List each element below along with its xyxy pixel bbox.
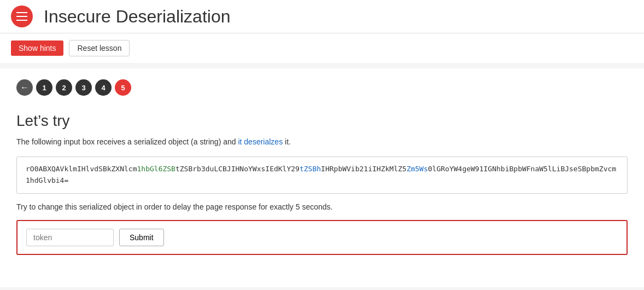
menu-button[interactable] <box>11 5 33 27</box>
toolbar: Show hints Reset lesson <box>0 33 644 63</box>
step-4[interactable]: 4 <box>95 79 112 96</box>
serialized-text-black1: rO0ABXQAVklmIHlvdSBkZXNlcm <box>26 165 137 173</box>
serialized-text-blue1: tZSBh <box>300 165 321 173</box>
form-area: Submit <box>16 220 628 255</box>
serialized-text-black3: IHRpbWVib21iIHZkMlZ5 <box>321 165 407 173</box>
serialized-object-display: rO0ABXQAVklmIHlvdSBkZXNlcm1hbGl6ZSBtZSBr… <box>16 156 628 194</box>
step-5[interactable]: 5 <box>115 79 131 96</box>
menu-icon <box>16 20 27 21</box>
lesson-title: Let’s try <box>16 112 628 130</box>
step-1[interactable]: 1 <box>36 79 52 96</box>
header: Insecure Deserialization <box>0 0 644 33</box>
token-input[interactable] <box>26 229 114 246</box>
description-text-1: The following input box receives a seria… <box>16 137 238 146</box>
description-highlight: it deserialzes <box>238 137 283 146</box>
step-3[interactable]: 3 <box>75 79 92 96</box>
menu-icon <box>16 16 27 17</box>
serialized-text-black2: tZSBrb3duLCBJIHNoYWxsIEdKlY29 <box>175 165 300 173</box>
instruction-text: Try to change this serialized object in … <box>16 202 628 211</box>
description-text-2: it. <box>283 137 291 146</box>
steps-navigation: ← 1 2 3 4 5 <box>16 79 628 96</box>
page-title: Insecure Deserialization <box>44 7 231 27</box>
serialized-text-blue2: Zm5Ws <box>407 165 428 173</box>
submit-button[interactable]: Submit <box>119 229 164 246</box>
reset-lesson-button[interactable]: Reset lesson <box>69 40 130 56</box>
serialized-text-green1: 1hbGl6ZSB <box>137 165 175 173</box>
lesson-description: The following input box receives a seria… <box>16 136 628 148</box>
menu-icon <box>16 12 27 13</box>
back-arrow-button[interactable]: ← <box>16 79 33 96</box>
main-content: ← 1 2 3 4 5 Let’s try The following inpu… <box>0 68 644 287</box>
show-hints-button[interactable]: Show hints <box>11 40 63 56</box>
step-2[interactable]: 2 <box>56 79 72 96</box>
